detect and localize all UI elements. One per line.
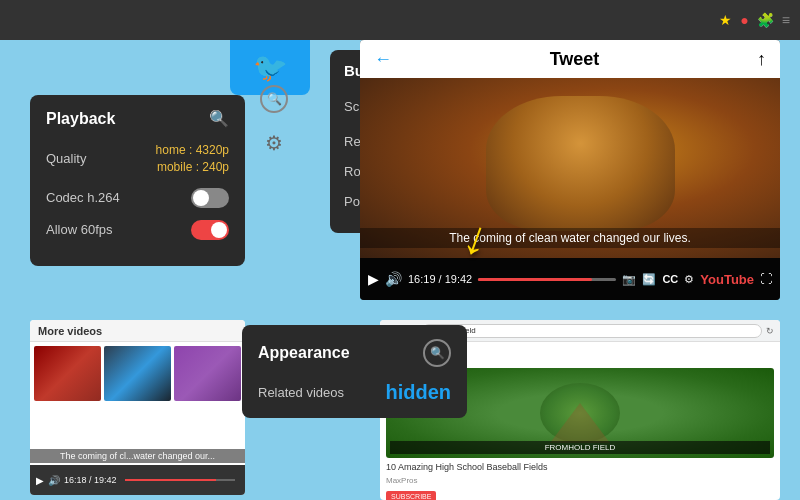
video-header: ← Tweet ↑	[360, 40, 780, 78]
more-videos-controls: ▶ 🔊 16:18 / 19:42	[30, 465, 245, 495]
fps-row: Allow 60fps	[46, 220, 229, 240]
fps-label: Allow 60fps	[46, 222, 112, 237]
fps-toggle[interactable]	[191, 220, 229, 240]
video-time: 16:19 / 19:42	[408, 273, 472, 285]
more-videos-thumb-3	[174, 346, 241, 401]
codec-toggle[interactable]	[191, 188, 229, 208]
browser-icons: ★ ● 🧩 ≡	[719, 12, 790, 28]
more-videos-thumb-2	[104, 346, 171, 401]
quality-label: Quality	[46, 151, 86, 166]
more-videos-title: More videos	[38, 325, 102, 337]
browser-bar: ★ ● 🧩 ≡	[0, 0, 800, 40]
puzzle-icon: 🧩	[757, 12, 774, 28]
yt-video-title: 10 Amazing High School Baseball Fields	[386, 462, 774, 474]
yt-channel: MaxPros	[386, 476, 774, 485]
yt-search-bar[interactable]: baseball field	[422, 324, 762, 338]
more-videos-subtitle: The coming of cl...water changed our...	[30, 449, 245, 463]
progress-bar[interactable]	[478, 278, 616, 281]
quality-row: Quality home : 4320p mobile : 240p	[46, 142, 229, 176]
cc-button[interactable]: CC	[662, 273, 678, 285]
bottom-section: More videos The coming of cl...water cha…	[0, 320, 800, 500]
star-icon: ★	[719, 12, 732, 28]
screenshot-ctrl-icon[interactable]: 📷	[622, 273, 636, 286]
yt-subscribe-button[interactable]: SUBSCRIBE	[386, 491, 436, 500]
playback-search-icon[interactable]: 🔍	[209, 109, 229, 128]
playback-title: Playback	[46, 110, 115, 128]
playback-panel: Playback 🔍 Quality home : 4320p mobile :…	[30, 95, 245, 266]
mv-time: 16:18 / 19:42	[64, 475, 117, 485]
fps-toggle-knob	[211, 222, 227, 238]
video-controls: ▶ 🔊 16:19 / 19:42 📷 🔄 CC ⚙ YouTube ⛶	[360, 258, 780, 300]
sidebar-icons: 🔍 ⚙	[260, 85, 288, 155]
quality-value: home : 4320p mobile : 240p	[156, 142, 229, 176]
progress-fill	[478, 278, 591, 281]
mv-progress-bar[interactable]	[125, 479, 235, 481]
more-videos-header: More videos	[30, 320, 245, 342]
codec-row: Codec h.264	[46, 188, 229, 208]
appearance-title: Appearance	[258, 344, 350, 362]
appearance-header: Appearance 🔍	[258, 339, 451, 367]
menu-icon: ≡	[782, 12, 790, 28]
share-icon[interactable]: ↑	[757, 49, 766, 70]
appearance-search-button[interactable]: 🔍	[423, 339, 451, 367]
more-videos-panel: More videos The coming of cl...water cha…	[30, 320, 245, 495]
mv-play-button[interactable]: ▶	[36, 475, 44, 486]
video-player: ← Tweet ↑ The coming of clean water chan…	[360, 40, 780, 300]
video-subtitle: The coming of clean water changed our li…	[360, 228, 780, 248]
record-icon: ●	[740, 12, 748, 28]
appearance-panel: Appearance 🔍 Related videos hidden	[242, 325, 467, 418]
rotate-ctrl-icon[interactable]: 🔄	[642, 273, 656, 286]
video-thumbnail: The coming of clean water changed our li…	[360, 78, 780, 258]
video-title: Tweet	[550, 49, 600, 70]
sidebar-gear-icon[interactable]: ⚙	[265, 131, 283, 155]
playback-header: Playback 🔍	[46, 109, 229, 128]
mv-volume-icon: 🔊	[48, 475, 60, 486]
twitter-bird-icon: 🐦	[253, 51, 288, 84]
related-videos-label: Related videos	[258, 385, 344, 400]
back-button[interactable]: ←	[374, 49, 392, 70]
settings-ctrl-icon[interactable]: ⚙	[684, 273, 694, 286]
related-videos-value: hidden	[385, 381, 451, 404]
volume-button[interactable]: 🔊	[385, 271, 402, 287]
youtube-logo: YouTube	[700, 272, 754, 287]
more-videos-thumbnails	[30, 342, 245, 405]
fullscreen-button[interactable]: ⛶	[760, 272, 772, 286]
sidebar-search-icon[interactable]: 🔍	[260, 85, 288, 113]
mv-progress-fill	[125, 479, 217, 481]
video-content: The coming of clean water changed our li…	[360, 78, 780, 258]
more-videos-thumb-1	[34, 346, 101, 401]
yt-field-label: FROMHOLD FIELD	[390, 441, 770, 454]
play-button[interactable]: ▶	[368, 271, 379, 287]
codec-label: Codec h.264	[46, 190, 120, 205]
related-videos-row: Related videos hidden	[258, 381, 451, 404]
yt-refresh-icon[interactable]: ↻	[766, 326, 774, 336]
codec-toggle-knob	[193, 190, 209, 206]
